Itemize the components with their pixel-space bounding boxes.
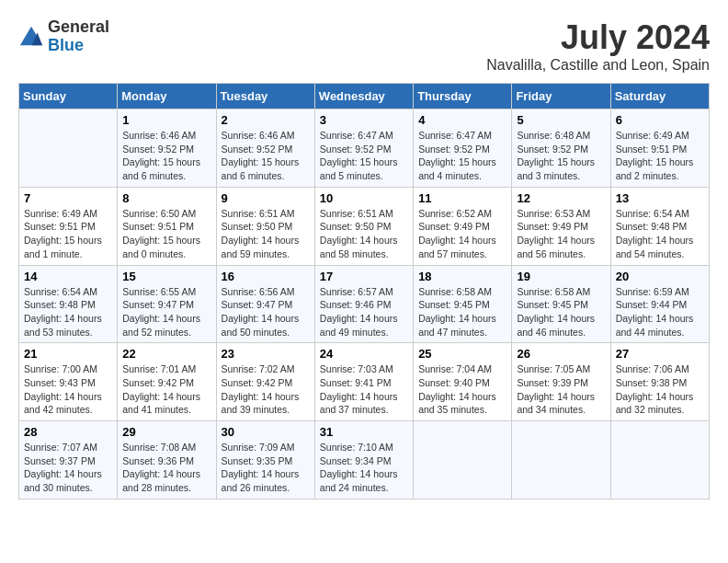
day-cell: 11Sunrise: 6:52 AMSunset: 9:49 PMDayligh… (414, 187, 512, 265)
day-number: 5 (517, 113, 605, 127)
day-number: 20 (616, 270, 704, 283)
day-number: 8 (122, 191, 210, 205)
title-block: July 2024 Navalilla, Castille and Leon, … (486, 18, 710, 74)
day-cell: 24Sunrise: 7:03 AMSunset: 9:41 PMDayligh… (314, 343, 413, 421)
day-number: 14 (24, 270, 112, 283)
day-number: 2 (222, 113, 310, 127)
day-info: Sunrise: 6:54 AMSunset: 9:48 PMDaylight:… (24, 285, 112, 339)
day-cell: 9Sunrise: 6:51 AMSunset: 9:50 PMDaylight… (216, 187, 314, 265)
day-info: Sunrise: 6:55 AMSunset: 9:47 PMDaylight:… (122, 285, 210, 339)
day-info: Sunrise: 6:46 AMSunset: 9:52 PMDaylight:… (222, 129, 310, 183)
logo-text: General Blue (48, 18, 109, 55)
header-cell-wednesday: Wednesday (314, 84, 413, 109)
day-cell: 8Sunrise: 6:50 AMSunset: 9:51 PMDaylight… (118, 187, 216, 265)
day-number: 30 (222, 425, 310, 439)
day-number: 6 (616, 113, 704, 127)
week-row-4: 28Sunrise: 7:07 AMSunset: 9:37 PMDayligh… (19, 421, 710, 500)
day-info: Sunrise: 6:47 AMSunset: 9:52 PMDaylight:… (418, 129, 506, 183)
week-row-1: 7Sunrise: 6:49 AMSunset: 9:51 PMDaylight… (19, 187, 710, 265)
logo: General Blue (18, 18, 109, 55)
day-number: 21 (24, 347, 112, 361)
day-info: Sunrise: 6:46 AMSunset: 9:52 PMDaylight:… (122, 129, 210, 183)
day-number: 19 (517, 270, 605, 283)
day-info: Sunrise: 6:47 AMSunset: 9:52 PMDaylight:… (320, 129, 408, 183)
day-cell: 15Sunrise: 6:55 AMSunset: 9:47 PMDayligh… (118, 265, 216, 343)
day-number: 9 (222, 191, 310, 205)
day-info: Sunrise: 6:49 AMSunset: 9:51 PMDaylight:… (24, 207, 112, 261)
day-info: Sunrise: 6:49 AMSunset: 9:51 PMDaylight:… (616, 129, 704, 183)
day-cell: 25Sunrise: 7:04 AMSunset: 9:40 PMDayligh… (414, 343, 512, 421)
day-cell (610, 421, 709, 500)
day-cell: 14Sunrise: 6:54 AMSunset: 9:48 PMDayligh… (19, 265, 118, 343)
day-info: Sunrise: 6:58 AMSunset: 9:45 PMDaylight:… (517, 285, 605, 339)
page-header: General Blue July 2024 Navalilla, Castil… (18, 18, 710, 74)
day-info: Sunrise: 7:08 AMSunset: 9:36 PMDaylight:… (122, 441, 210, 495)
day-number: 3 (320, 113, 408, 127)
day-info: Sunrise: 6:57 AMSunset: 9:46 PMDaylight:… (320, 285, 408, 339)
day-info: Sunrise: 6:51 AMSunset: 9:50 PMDaylight:… (222, 207, 310, 261)
day-number: 24 (320, 347, 408, 361)
month-year: July 2024 (486, 18, 710, 57)
header-cell-monday: Monday (118, 84, 216, 109)
day-info: Sunrise: 6:56 AMSunset: 9:47 PMDaylight:… (222, 285, 310, 339)
week-row-2: 14Sunrise: 6:54 AMSunset: 9:48 PMDayligh… (19, 265, 710, 343)
day-cell: 3Sunrise: 6:47 AMSunset: 9:52 PMDaylight… (314, 109, 413, 188)
day-cell: 10Sunrise: 6:51 AMSunset: 9:50 PMDayligh… (314, 187, 413, 265)
day-number: 11 (418, 191, 506, 205)
calendar-table: SundayMondayTuesdayWednesdayThursdayFrid… (18, 83, 710, 500)
day-info: Sunrise: 6:58 AMSunset: 9:45 PMDaylight:… (418, 285, 506, 339)
logo-general: General (48, 18, 109, 37)
day-cell: 22Sunrise: 7:01 AMSunset: 9:42 PMDayligh… (118, 343, 216, 421)
day-number: 17 (320, 270, 408, 283)
day-info: Sunrise: 6:51 AMSunset: 9:50 PMDaylight:… (320, 207, 408, 261)
day-number: 22 (122, 347, 210, 361)
header-cell-saturday: Saturday (610, 84, 709, 109)
day-info: Sunrise: 7:01 AMSunset: 9:42 PMDaylight:… (122, 362, 210, 417)
day-number: 16 (222, 270, 310, 283)
day-cell: 31Sunrise: 7:10 AMSunset: 9:34 PMDayligh… (314, 421, 413, 500)
day-cell: 21Sunrise: 7:00 AMSunset: 9:43 PMDayligh… (19, 343, 118, 421)
day-cell (19, 109, 118, 188)
day-cell: 6Sunrise: 6:49 AMSunset: 9:51 PMDaylight… (610, 109, 709, 188)
header-cell-thursday: Thursday (414, 84, 512, 109)
day-number: 18 (418, 270, 506, 283)
day-number: 25 (418, 347, 506, 361)
day-info: Sunrise: 7:05 AMSunset: 9:39 PMDaylight:… (517, 362, 605, 417)
day-cell: 20Sunrise: 6:59 AMSunset: 9:44 PMDayligh… (610, 265, 709, 343)
day-cell: 7Sunrise: 6:49 AMSunset: 9:51 PMDaylight… (19, 187, 118, 265)
day-number: 10 (320, 191, 408, 205)
day-cell: 13Sunrise: 6:54 AMSunset: 9:48 PMDayligh… (610, 187, 709, 265)
day-cell: 18Sunrise: 6:58 AMSunset: 9:45 PMDayligh… (414, 265, 512, 343)
day-info: Sunrise: 7:09 AMSunset: 9:35 PMDaylight:… (222, 441, 310, 495)
day-info: Sunrise: 6:54 AMSunset: 9:48 PMDaylight:… (616, 207, 704, 261)
day-cell: 4Sunrise: 6:47 AMSunset: 9:52 PMDaylight… (414, 109, 512, 188)
week-row-3: 21Sunrise: 7:00 AMSunset: 9:43 PMDayligh… (19, 343, 710, 421)
day-number: 12 (517, 191, 605, 205)
day-info: Sunrise: 6:53 AMSunset: 9:49 PMDaylight:… (517, 207, 605, 261)
header-cell-friday: Friday (512, 84, 610, 109)
day-cell (414, 421, 512, 500)
day-cell: 12Sunrise: 6:53 AMSunset: 9:49 PMDayligh… (512, 187, 610, 265)
day-cell: 27Sunrise: 7:06 AMSunset: 9:38 PMDayligh… (610, 343, 709, 421)
location: Navalilla, Castille and Leon, Spain (486, 57, 710, 74)
day-info: Sunrise: 6:50 AMSunset: 9:51 PMDaylight:… (122, 207, 210, 261)
day-info: Sunrise: 6:52 AMSunset: 9:49 PMDaylight:… (418, 207, 506, 261)
day-info: Sunrise: 7:03 AMSunset: 9:41 PMDaylight:… (320, 362, 408, 417)
day-cell: 2Sunrise: 6:46 AMSunset: 9:52 PMDaylight… (216, 109, 314, 188)
day-cell (512, 421, 610, 500)
day-info: Sunrise: 7:07 AMSunset: 9:37 PMDaylight:… (24, 441, 112, 495)
day-number: 23 (222, 347, 310, 361)
day-cell: 26Sunrise: 7:05 AMSunset: 9:39 PMDayligh… (512, 343, 610, 421)
day-info: Sunrise: 7:10 AMSunset: 9:34 PMDaylight:… (320, 441, 408, 495)
day-number: 27 (616, 347, 704, 361)
header-cell-sunday: Sunday (19, 84, 118, 109)
day-cell: 30Sunrise: 7:09 AMSunset: 9:35 PMDayligh… (216, 421, 314, 500)
header-cell-tuesday: Tuesday (216, 84, 314, 109)
day-cell: 16Sunrise: 6:56 AMSunset: 9:47 PMDayligh… (216, 265, 314, 343)
week-row-0: 1Sunrise: 6:46 AMSunset: 9:52 PMDaylight… (19, 109, 710, 188)
day-number: 1 (122, 113, 210, 127)
day-cell: 1Sunrise: 6:46 AMSunset: 9:52 PMDaylight… (118, 109, 216, 188)
day-number: 13 (616, 191, 704, 205)
day-info: Sunrise: 7:02 AMSunset: 9:42 PMDaylight:… (222, 362, 310, 417)
logo-blue: Blue (48, 37, 109, 55)
